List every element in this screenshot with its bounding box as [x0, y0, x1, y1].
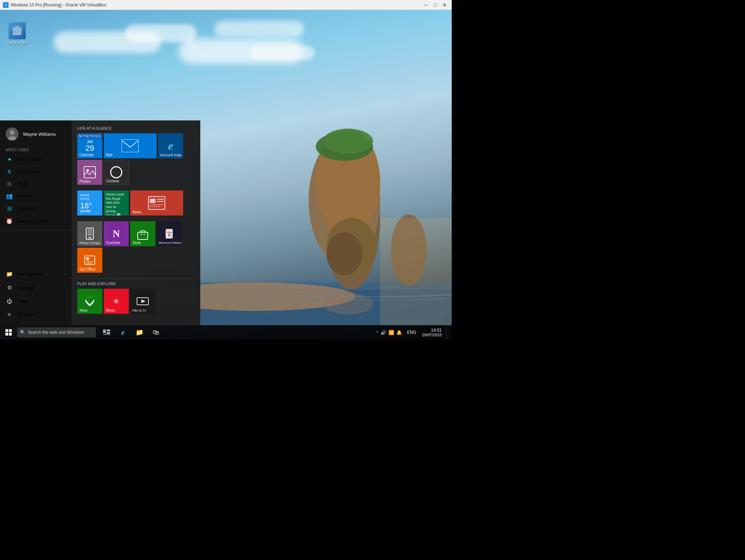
tile-edge[interactable]: e Microsoft Edge [158, 133, 183, 158]
tile-get-office[interactable]: Get Office [77, 248, 102, 273]
vm-icon: V [3, 2, 9, 8]
recycle-bin-label: Recycle Bin [7, 41, 28, 45]
power-label: Power [17, 298, 30, 304]
tile-photos[interactable]: Photos [77, 160, 102, 185]
svg-point-39 [143, 234, 145, 235]
tiles-divider [77, 278, 195, 279]
tile-onenote[interactable]: N OneNote [104, 221, 129, 246]
vm-restore-button[interactable]: □ [431, 1, 440, 9]
settings-label: Settings [17, 285, 34, 291]
taskbar-search-bar[interactable]: 🔍 Search the web and Windows [17, 327, 96, 337]
network-icon[interactable]: 📶 [388, 330, 394, 335]
tile-news[interactable]: News [130, 190, 183, 215]
taskbar-edge-button[interactable]: e [115, 325, 131, 340]
tile-store[interactable]: Store [130, 221, 155, 246]
windows-logo-icon [5, 329, 12, 336]
volume-icon[interactable]: 🔊 [381, 330, 386, 335]
tile-money[interactable]: Ofcom could fine Royal Mail £1bn over it… [104, 190, 129, 215]
get-started-label: Get Started [17, 157, 41, 162]
calendar-label: Calendar [79, 153, 94, 157]
svg-rect-53 [9, 333, 12, 336]
svg-rect-32 [150, 204, 163, 205]
svg-point-38 [141, 234, 142, 235]
start-menu-tiles: Life at a glance Jul 29 M T W T F S S Ca… [72, 120, 200, 325]
vm-close-button[interactable]: ✕ [440, 1, 449, 9]
svg-rect-42 [86, 261, 93, 262]
notification-area: ^ 🔊 📶 🔔 [374, 330, 404, 335]
start-button[interactable] [0, 325, 17, 340]
cortana-label: Cortana [106, 179, 119, 183]
tile-music[interactable]: Music [104, 289, 129, 314]
vm-titlebar: V Windows 10 Pro [Running] - Oracle VM V… [0, 0, 452, 10]
language-indicator[interactable]: ENG [406, 330, 418, 335]
sidebar-item-alarms[interactable]: ⏰ Alarms & Clock [0, 215, 72, 227]
tile-xbox[interactable]: Xbox [77, 289, 102, 314]
tile-mail[interactable]: Mail [104, 133, 157, 158]
taskbar-date: 29/07/2015 [422, 333, 442, 337]
sidebar-item-get-started[interactable]: ✦ Get Started [0, 153, 72, 166]
volume-icon-2[interactable]: 🔔 [396, 330, 402, 335]
start-menu-left: Wayne Williams Most used ✦ Get Started S… [0, 120, 72, 325]
svg-rect-56 [107, 332, 110, 334]
svg-rect-52 [5, 333, 8, 336]
taskbar-pinned-apps: e 📁 🛍 [99, 325, 164, 340]
svg-marker-49 [141, 299, 146, 303]
calculator-label: Calculator [17, 206, 38, 211]
start-divider [0, 230, 72, 231]
mail-label: Mail [106, 153, 112, 157]
alarms-icon: ⏰ [6, 218, 13, 224]
taskbar-task-view-button[interactable] [99, 325, 114, 340]
news-label: News [132, 210, 141, 214]
onenote-label: OneNote [106, 241, 120, 245]
skype-label: Get Skype [17, 169, 39, 174]
music-label: Music [106, 308, 115, 312]
office-label: Get Office [79, 267, 95, 271]
taskbar-clock[interactable]: 14:51 29/07/2015 [419, 328, 445, 337]
play-section-label: Play and explore [77, 282, 195, 286]
taskbar-system-tray: ^ 🔊 📶 🔔 ENG 14:51 29/07/2015 [374, 325, 452, 340]
sidebar-item-maps[interactable]: ◎ Maps [0, 177, 72, 190]
sidebar-item-people[interactable]: 👥 People [0, 190, 72, 202]
taskbar: 🔍 Search the web and Windows e 📁 🛍 [0, 325, 452, 340]
play-tiles-grid: Xbox Music [77, 289, 195, 314]
start-power[interactable]: ⏻ Power [0, 294, 72, 308]
tile-cortana[interactable]: Cortana [104, 160, 129, 185]
taskbar-search-placeholder: Search the web and Windows [28, 330, 84, 335]
sidebar-item-calculator[interactable]: ⊞ Calculator [0, 202, 72, 215]
skype-icon: S [6, 169, 13, 174]
start-all-apps[interactable]: ≡ All apps [0, 308, 72, 321]
start-file-explorer[interactable]: 📁 File Explorer › [0, 267, 72, 281]
power-icon: ⏻ [6, 298, 13, 304]
svg-rect-36 [88, 229, 92, 236]
vm-minimize-button[interactable]: ─ [422, 1, 430, 9]
show-desktop-button[interactable] [446, 325, 449, 340]
maps-label: Maps [17, 181, 29, 186]
tile-phone[interactable]: Phone Compa... [77, 221, 102, 246]
recycle-bin-icon [9, 22, 26, 39]
svg-rect-43 [86, 263, 92, 263]
money-headline: Ofcom could fine Royal Mail £1bn over it… [106, 193, 127, 213]
wallpaper-rock [166, 75, 452, 325]
sidebar-item-get-skype[interactable]: S Get Skype [0, 166, 72, 177]
show-hidden-icons-button[interactable]: ^ [376, 330, 378, 335]
vm-window-controls: ─ □ ✕ [422, 1, 449, 9]
tile-film[interactable]: Film & TV [130, 289, 155, 314]
file-explorer-arrow: › [64, 272, 66, 276]
tile-weather[interactable]: Mostly Sunny 18° 19° 13° London [77, 190, 102, 215]
svg-rect-33 [150, 206, 161, 207]
xbox-label: Xbox [79, 308, 88, 312]
start-settings[interactable]: ⚙ Settings [0, 281, 72, 294]
taskbar-explorer-button[interactable]: 📁 [132, 325, 147, 340]
svg-point-12 [323, 129, 373, 154]
tile-solitaire[interactable]: 🃏 Microsoft Solitaire [157, 221, 182, 246]
search-icon: 🔍 [20, 330, 25, 335]
recycle-bin[interactable]: Recycle Bin [5, 21, 29, 46]
tile-calendar[interactable]: Jul 29 M T W T F S S Calendar [77, 133, 102, 158]
svg-rect-29 [150, 199, 156, 203]
svg-point-10 [327, 232, 362, 275]
life-section-label: Life at a glance [77, 126, 195, 130]
edge-label: Microsoft Edge [160, 153, 182, 157]
svg-rect-31 [157, 201, 163, 202]
svg-point-23 [10, 130, 15, 135]
taskbar-store-button[interactable]: 🛍 [148, 325, 164, 340]
